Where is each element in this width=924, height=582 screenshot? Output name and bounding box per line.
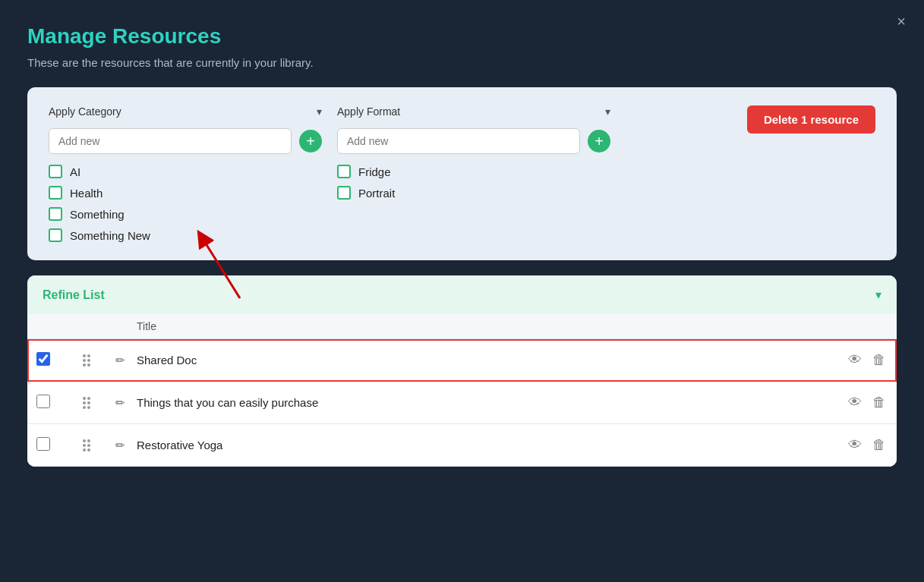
eye-icon: 👁: [848, 352, 862, 367]
eye-icon: 👁: [848, 437, 862, 452]
format-add-input[interactable]: [337, 128, 580, 154]
list-item[interactable]: AI: [49, 165, 322, 178]
list-item[interactable]: Health: [49, 186, 322, 200]
format-chevron-icon: ▾: [605, 105, 610, 118]
pencil-icon: ✏: [115, 439, 125, 452]
trash-icon: 🗑: [872, 395, 886, 410]
row2-drag-handle[interactable]: [70, 394, 103, 412]
row3-edit-button[interactable]: ✏: [103, 439, 137, 452]
row3-delete-button[interactable]: 🗑: [871, 436, 888, 455]
category-filter: Apply Category ▾ + AI Health: [49, 105, 322, 242]
row2-checkbox[interactable]: [36, 395, 50, 408]
category-add-input[interactable]: [49, 128, 292, 154]
list-item[interactable]: Something: [49, 207, 322, 221]
category-filter-label: Apply Category: [49, 105, 121, 118]
modal: × Manage Resources These are the resourc…: [0, 0, 924, 582]
category-add-button[interactable]: +: [299, 130, 322, 153]
format-fridge-label: Fridge: [358, 165, 391, 178]
row1-delete-button[interactable]: 🗑: [871, 351, 888, 370]
row2-view-button[interactable]: 👁: [847, 393, 863, 412]
format-add-row: +: [337, 128, 610, 154]
row3-title: Restorative Yoga: [137, 439, 827, 451]
row1-checkbox[interactable]: [36, 352, 50, 366]
trash-icon: 🗑: [872, 437, 886, 452]
list-item[interactable]: Something New: [49, 228, 322, 242]
format-portrait-checkbox[interactable]: [337, 186, 351, 200]
eye-icon: 👁: [848, 395, 862, 410]
list-item[interactable]: Fridge: [337, 165, 610, 178]
row3-actions: 👁 🗑: [827, 436, 888, 455]
drag-icon: [80, 436, 93, 455]
table-header: Title: [27, 314, 897, 339]
row2-edit-button[interactable]: ✏: [103, 396, 137, 410]
delete-resource-button[interactable]: Delete 1 resource: [747, 105, 875, 134]
format-items: Fridge Portrait: [337, 165, 610, 200]
row1-edit-button[interactable]: ✏: [103, 354, 137, 367]
row1-check-col: [36, 352, 70, 369]
category-health-label: Health: [70, 187, 102, 200]
row3-drag-handle[interactable]: [70, 436, 103, 455]
pencil-icon: ✏: [115, 396, 125, 410]
row1-view-button[interactable]: 👁: [847, 351, 863, 370]
modal-title: Manage Resources: [27, 24, 897, 49]
row3-view-button[interactable]: 👁: [847, 436, 863, 455]
row3-checkbox[interactable]: [36, 437, 50, 451]
drag-icon: [80, 394, 93, 412]
list-item[interactable]: Portrait: [337, 186, 610, 200]
category-ai-label: AI: [70, 165, 80, 178]
row2-delete-button[interactable]: 🗑: [871, 393, 888, 412]
category-something-checkbox[interactable]: [49, 207, 62, 221]
filters-panel: Apply Category ▾ + AI Health: [27, 87, 897, 260]
table-row: ✏ Shared Doc 👁 🗑: [27, 339, 897, 382]
table-row: ✏ Things that you can easily purchase 👁 …: [27, 382, 897, 424]
format-portrait-label: Portrait: [358, 187, 395, 200]
format-add-button[interactable]: +: [588, 130, 610, 153]
category-chevron-icon: ▾: [317, 105, 322, 118]
category-filter-header[interactable]: Apply Category ▾: [49, 105, 322, 118]
category-ai-checkbox[interactable]: [49, 165, 62, 178]
row2-actions: 👁 🗑: [827, 393, 888, 412]
trash-icon: 🗑: [872, 352, 886, 367]
category-items: AI Health Something Something New: [49, 165, 322, 242]
category-something-new-checkbox[interactable]: [49, 228, 62, 242]
format-fridge-checkbox[interactable]: [337, 165, 351, 178]
row2-title: Things that you can easily purchase: [137, 396, 827, 409]
drag-icon: [80, 351, 93, 370]
table-row: ✏ Restorative Yoga 👁 🗑: [27, 424, 897, 467]
row3-check-col: [36, 437, 70, 454]
refine-header[interactable]: Refine List ▾: [27, 275, 897, 314]
format-filter-header[interactable]: Apply Format ▾: [337, 105, 610, 118]
pencil-icon: ✏: [115, 354, 125, 367]
refine-title: Refine List: [43, 288, 105, 302]
row1-drag-handle[interactable]: [70, 351, 103, 370]
row1-actions: 👁 🗑: [827, 351, 888, 370]
category-add-row: +: [49, 128, 322, 154]
refine-chevron-icon: ▾: [875, 288, 881, 302]
category-something-label: Something: [70, 208, 125, 221]
format-filter: Apply Format ▾ + Fridge Portrait: [337, 105, 610, 200]
modal-subtitle: These are the resources that are current…: [27, 56, 897, 69]
format-filter-label: Apply Format: [337, 105, 400, 118]
row2-check-col: [36, 395, 70, 411]
category-something-new-label: Something New: [70, 229, 150, 242]
row1-title: Shared Doc: [137, 354, 827, 367]
close-button[interactable]: ×: [897, 14, 906, 29]
refine-panel: Refine List ▾ Title ✏: [27, 275, 897, 467]
header-title-col: Title: [137, 320, 827, 332]
category-health-checkbox[interactable]: [49, 186, 62, 200]
delete-section: Delete 1 resource: [747, 105, 875, 134]
